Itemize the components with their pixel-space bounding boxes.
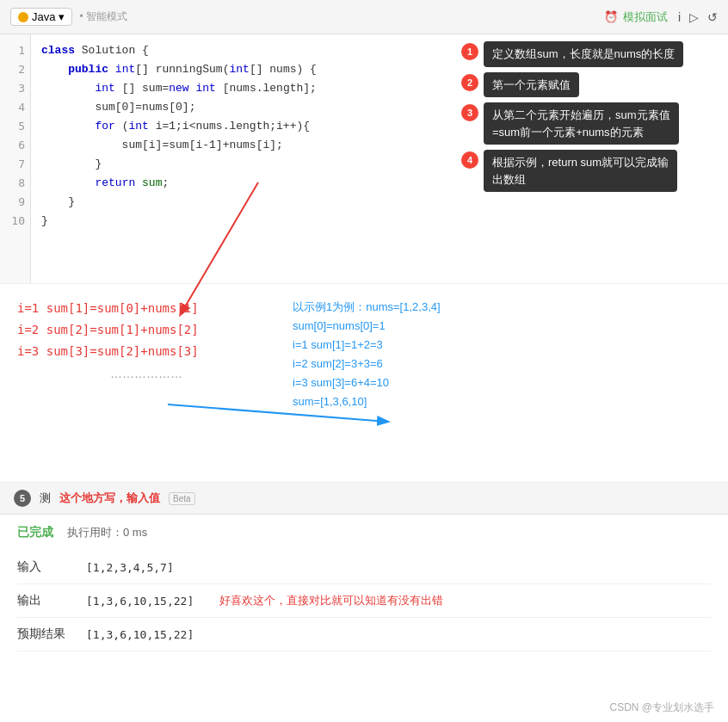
left-explanation: i=1 sum[1]=sum[0]+nums[1] i=2 sum[2]=sum… <box>17 298 275 468</box>
example-line-1: sum[0]=nums[0]=1 <box>293 317 711 336</box>
annotations-panel: 1 定义数组sum，长度就是nums的长度 2 第一个元素赋值 3 从第二个元素… <box>461 34 728 204</box>
clock-icon: ⏰ <box>604 10 618 23</box>
annotation-bubble-2: 第一个元素赋值 <box>484 72 579 98</box>
test-input-label[interactable]: 这个地方写，输入值 <box>59 491 160 506</box>
example-line-2: i=1 sum[1]=1+2=3 <box>293 336 711 355</box>
watermark: CSDN @专业划水选手 <box>609 700 714 715</box>
test-result-area: 已完成 执行用时：0 ms 输入 [1,2,3,4,5,7] 输出 [1,3,6… <box>0 515 728 662</box>
example-title: 以示例1为例：nums=[1,2,3,4] <box>293 298 711 317</box>
run-icon[interactable]: ▷ <box>689 10 699 24</box>
annotation-num-2: 2 <box>461 74 478 91</box>
reset-icon[interactable]: ↺ <box>707 10 718 24</box>
editor-area: 12345 678910 class Solution { public int… <box>0 34 728 284</box>
annotation-bubble-4: 根据示例，return sum就可以完成输 出数组 <box>484 150 677 192</box>
result-row-input: 输入 [1,2,3,4,5,7] <box>17 551 711 584</box>
info-icon[interactable]: i <box>678 10 681 24</box>
annotation-1: 1 定义数组sum，长度就是nums的长度 <box>461 41 721 67</box>
header-right: ⏰ 模拟面试 i ▷ ↺ <box>604 9 718 25</box>
expected-value: [1,3,6,10,15,22] <box>86 628 194 641</box>
smart-mode-label: 智能模式 <box>79 9 127 24</box>
lang-chevron: ▾ <box>59 10 65 23</box>
annotation-bubble-3: 从第二个元素开始遍历，sum元素值 =sum前一个元素+nums的元素 <box>484 102 679 145</box>
lang-selector[interactable]: Java ▾ <box>10 8 72 26</box>
header-icons: i ▷ ↺ <box>678 10 718 24</box>
output-value: [1,3,6,10,15,22] <box>86 595 194 608</box>
step-3: i=3 sum[3]=sum[2]+nums[3] <box>17 341 275 362</box>
output-note: 好喜欢这个，直接对比就可以知道有没有出错 <box>219 593 443 608</box>
explanation-area: i=1 sum[1]=sum[0]+nums[1] i=2 sum[2]=sum… <box>0 284 728 482</box>
test-header: 5 测 这个地方写，输入值 Beta <box>0 483 728 515</box>
result-row-expected: 预期结果 [1,3,6,10,15,22] <box>17 618 711 651</box>
test-tab-label[interactable]: 测 <box>40 491 51 506</box>
output-label: 输出 <box>17 593 86 608</box>
test-section: 5 测 这个地方写，输入值 Beta 已完成 执行用时：0 ms 输入 [1,2… <box>0 482 728 662</box>
header-left: Java ▾ 智能模式 <box>10 8 127 26</box>
annotation-4: 4 根据示例，return sum就可以完成输 出数组 <box>461 150 721 192</box>
mock-label: 模拟面试 <box>623 9 668 25</box>
exec-time: 执行用时：0 ms <box>67 525 147 540</box>
example-line-4: i=3 sum[3]=6+4=10 <box>293 373 711 392</box>
example-line-3: i=2 sum[2]=3+3=6 <box>293 355 711 373</box>
expected-label: 预期结果 <box>17 626 86 642</box>
annotation-2: 2 第一个元素赋值 <box>461 72 721 98</box>
header: Java ▾ 智能模式 ⏰ 模拟面试 i ▷ ↺ <box>0 0 728 34</box>
status-done: 已完成 <box>17 525 53 540</box>
annotation-num-4: 4 <box>461 151 478 169</box>
right-explanation: 以示例1为例：nums=[1,2,3,4] sum[0]=nums[0]=1 i… <box>293 298 711 468</box>
annotation-bubble-1: 定义数组sum，长度就是nums的长度 <box>484 41 683 67</box>
mock-interview-button[interactable]: ⏰ 模拟面试 <box>604 9 668 25</box>
step-2: i=2 sum[2]=sum[1]+nums[2] <box>17 319 275 341</box>
input-value: [1,2,3,4,5,7] <box>86 561 174 574</box>
result-header: 已完成 执行用时：0 ms <box>17 525 711 540</box>
test-step-num: 5 <box>14 490 31 507</box>
beta-badge: Beta <box>169 492 195 505</box>
annotation-num-1: 1 <box>461 43 478 60</box>
ellipsis: ……………… <box>17 367 275 380</box>
annotation-3: 3 从第二个元素开始遍历，sum元素值 =sum前一个元素+nums的元素 <box>461 102 721 145</box>
lang-label: Java <box>32 10 55 23</box>
example-line-5: sum=[1,3,6,10] <box>293 392 711 411</box>
annotation-num-3: 3 <box>461 104 478 121</box>
step-1: i=1 sum[1]=sum[0]+nums[1] <box>17 298 275 319</box>
input-label: 输入 <box>17 559 86 575</box>
line-numbers: 12345 678910 <box>0 34 31 283</box>
result-row-output: 输出 [1,3,6,10,15,22] 好喜欢这个，直接对比就可以知道有没有出错 <box>17 584 711 618</box>
